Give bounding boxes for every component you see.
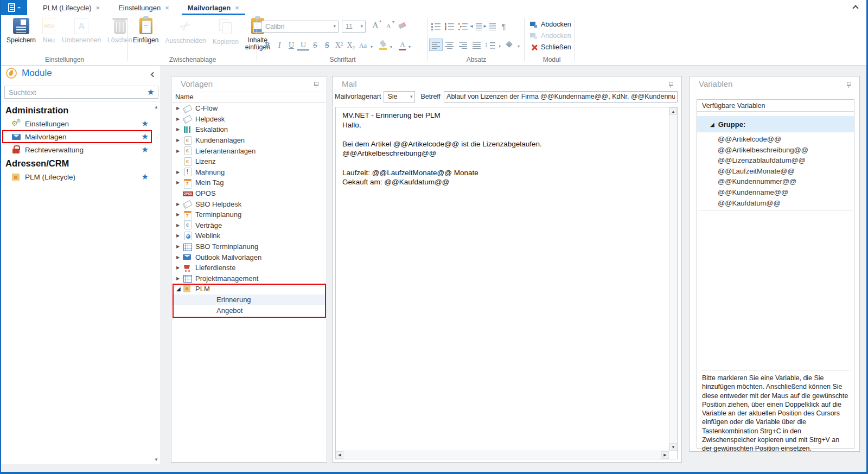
tree-item[interactable]: ▶ Projektmanagement [172,273,326,284]
tree-item[interactable]: Lizenz [172,156,326,167]
app-menu-button[interactable] [1,0,27,15]
column-header-name[interactable]: Name [172,92,326,103]
shading-button[interactable] [502,39,516,51]
subscript-button[interactable]: X₂ [345,39,357,52]
expander-icon[interactable]: ▶ [176,202,183,207]
mail-body-editor[interactable]: MV.NET - Erinnerung bei PLMHallo,Bei dem… [335,107,678,459]
font-color-caret-icon[interactable] [407,41,412,50]
tree-item[interactable]: ▶ Mein Tag [172,177,326,188]
align-left-button[interactable] [429,39,443,51]
scroll-up-icon[interactable]: ▲ [154,105,158,110]
pin-icon[interactable] [668,82,674,88]
tree-item[interactable]: ▶ SBO Helpdesk [172,198,326,209]
bold-button[interactable]: B [261,39,273,52]
numbered-list-button[interactable] [443,20,456,33]
expander-icon[interactable]: ▶ [176,244,183,249]
expander-icon[interactable]: ▶ [176,265,183,270]
variable-item[interactable]: @@Artikelbeschreibung@@ [697,145,854,156]
scroll-left-icon[interactable]: ◀ [336,451,343,459]
pin-icon[interactable] [846,82,852,88]
tree-item[interactable]: ▶ Verträge [172,220,326,231]
expander-icon[interactable]: ▶ [176,276,183,281]
expander-icon[interactable]: ▶ [176,106,183,111]
increase-indent-button[interactable] [483,20,497,33]
double-underline-button[interactable]: U [297,40,309,51]
font-color-icon[interactable]: A [398,40,407,51]
expander-icon[interactable]: ▶ [176,138,183,143]
expander-icon[interactable]: ▶ [176,212,183,217]
variable-group-row[interactable]: ◢ Gruppe: [697,116,854,132]
collapse-ribbon-icon[interactable] [852,5,858,11]
tree-item[interactable]: ▶ Terminplanung [172,209,326,220]
scroll-down-icon[interactable]: ▼ [669,443,677,451]
expander-icon[interactable]: ▶ [176,117,183,121]
horizontal-scrollbar[interactable]: ◀ ▶ [336,451,669,459]
tree-item[interactable]: ▶ C-Flow [172,103,326,114]
favorite-star-icon[interactable] [142,132,149,142]
font-size-combobox[interactable]: 11 [342,21,366,33]
align-right-button[interactable] [456,39,470,51]
expander-icon[interactable]: ▶ [176,223,183,228]
tree-item[interactable]: ▶ SBO Terminplanung [172,241,326,252]
scroll-up-icon[interactable]: ▲ [669,107,677,115]
italic-button[interactable]: I [273,39,285,52]
ribbon-button[interactable]: Ausschneiden [162,15,209,44]
tree-item[interactable]: ▶ Outlook Mailvorlagen [172,252,326,262]
variable-item[interactable]: @@Kundennummer@@ [697,176,854,187]
expander-icon[interactable]: ◢ [176,286,183,292]
multilevel-list-button[interactable] [456,20,470,33]
font-name-combobox[interactable]: Calibri [261,21,339,33]
tab-close-icon[interactable]: × [165,4,169,12]
betreff-input[interactable] [444,91,678,103]
tree-item[interactable]: Angebot [172,305,326,316]
search-favorites-icon[interactable] [144,87,158,97]
tree-item[interactable]: ▶ Lieferdienste [172,262,326,273]
tree-item[interactable]: ◢ PLM [172,284,326,294]
favorite-star-icon[interactable] [142,172,149,182]
double-strikethrough-button[interactable]: S [321,39,333,52]
tree-item[interactable]: ▶ Weblink [172,230,326,241]
tree-item[interactable]: Erinnerung [172,294,326,305]
variable-item[interactable]: @@LaufzeitMonate@@ [697,166,854,177]
superscript-button[interactable]: X² [333,39,345,52]
expander-icon[interactable]: ▶ [176,233,183,238]
sidebar-entry[interactable]: Administration [1,103,153,117]
favorite-star-icon[interactable] [142,119,149,129]
variable-item[interactable]: @@Kaufdatum@@ [697,198,854,209]
sidebar-entry[interactable]: PLM (Lifecycle) [1,170,153,183]
sidebar-entry[interactable]: Einstellungen [1,117,153,130]
expander-icon[interactable]: ▶ [176,127,183,132]
variable-item[interactable]: @@Lizenzablaufdatum@@ [697,155,854,166]
expander-icon[interactable]: ▶ [176,255,183,260]
decrease-indent-button[interactable] [470,20,483,33]
favorite-star-icon[interactable] [142,145,149,155]
module-button[interactable]: Schließen [530,41,571,53]
show-marks-button[interactable]: ¶ [497,20,510,33]
sidebar-entry[interactable]: Rechteverwaltung [1,143,153,156]
tree-item[interactable]: ▶ Helpdesk [172,114,326,125]
document-tab[interactable]: Einstellungen × [110,0,177,15]
tree-item[interactable]: OPOS [172,188,326,199]
highlight-color-caret-icon[interactable] [388,41,394,50]
pin-icon[interactable] [314,82,319,88]
vertical-scrollbar[interactable]: ▲ ▼ [669,107,677,451]
collapse-sidebar-icon[interactable] [151,72,156,78]
module-button[interactable]: Abdocken [530,18,571,30]
tree-item[interactable]: ▶ Lieferantenanlagen [172,145,326,156]
scroll-right-icon[interactable]: ▶ [661,451,669,459]
change-case-caret-icon[interactable] [369,41,374,50]
expander-icon[interactable]: ▶ [176,180,183,185]
sidebar-entry[interactable]: Mailvorlagen [1,130,153,143]
variable-item[interactable]: @@Kundenname@@ [697,187,854,198]
align-center-button[interactable] [443,39,456,51]
change-case-button[interactable]: Aa [357,39,369,52]
mailvorlagenart-select[interactable]: Sie [384,91,415,103]
ribbon-button[interactable]: Umbenennen [59,15,104,44]
ribbon-button[interactable]: Speichern [3,15,39,44]
strikethrough-button[interactable]: S [309,39,321,52]
justify-button[interactable] [470,39,483,51]
ribbon-button[interactable]: Kopieren [209,15,242,46]
ribbon-button[interactable]: Neu [39,15,59,44]
scroll-down-icon[interactable]: ▼ [154,457,158,462]
bullet-list-button[interactable] [429,20,443,33]
